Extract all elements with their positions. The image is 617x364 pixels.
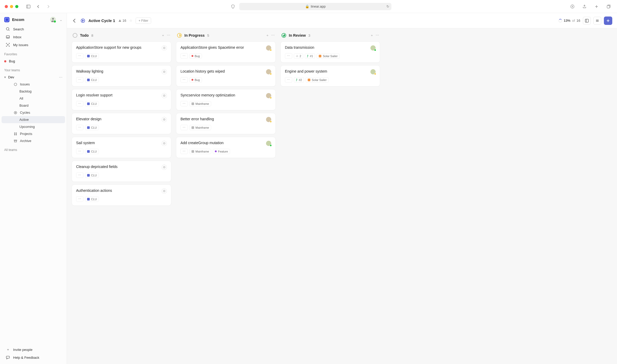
nav-back-icon[interactable]: [35, 3, 42, 10]
minimize-window-icon[interactable]: [10, 5, 13, 8]
tree-all[interactable]: All: [2, 95, 65, 102]
assignee-avatar[interactable]: [266, 117, 271, 122]
unassigned-avatar-icon[interactable]: [162, 45, 167, 51]
project-chip[interactable]: CLU: [85, 173, 99, 178]
project-chip[interactable]: CLU: [85, 77, 99, 83]
help-feedback[interactable]: Help & Feedback: [2, 354, 65, 361]
card-more-chip[interactable]: ⋯: [285, 53, 292, 59]
card-more-chip[interactable]: ⋯: [76, 196, 83, 202]
add-card-icon[interactable]: ＋: [161, 33, 165, 38]
assignee-avatar[interactable]: [266, 45, 271, 51]
scope-count[interactable]: 16: [118, 19, 126, 23]
card-more-chip[interactable]: ⋯: [76, 53, 83, 59]
project-chip[interactable]: CLU: [85, 197, 99, 202]
issue-card[interactable]: Better error handling ⋯Mainframe: [176, 113, 276, 134]
card-more-chip[interactable]: ⋯: [76, 101, 83, 106]
project-chip[interactable]: Solar Sailer: [317, 53, 340, 59]
tree-active[interactable]: Active: [2, 116, 65, 123]
project-chip[interactable]: Mainframe: [189, 149, 211, 154]
team-dev[interactable]: ▾ Dev ⋯: [0, 74, 67, 81]
new-tab-icon[interactable]: [593, 3, 600, 10]
issue-card[interactable]: Authentication actions ⋯CLU: [72, 184, 171, 206]
issue-card[interactable]: Sail system ⋯CLU: [72, 137, 171, 158]
nav-inbox[interactable]: Inbox: [2, 33, 65, 41]
address-bar[interactable]: 🔒 linear.app ↻: [239, 3, 391, 10]
project-chip[interactable]: CLU: [85, 101, 99, 106]
share-icon[interactable]: [581, 3, 588, 10]
chevron-down-icon[interactable]: ⌄: [60, 18, 62, 22]
tabs-icon[interactable]: [605, 3, 612, 10]
assignee-avatar[interactable]: [266, 141, 271, 146]
issue-card[interactable]: Engine and power system ⋯⤴#2Solar Sailer: [280, 65, 380, 86]
card-more-chip[interactable]: ⋯: [76, 77, 83, 83]
column-more-icon[interactable]: ⋯: [167, 33, 170, 38]
add-card-icon[interactable]: ＋: [266, 33, 269, 38]
assignee-avatar[interactable]: [370, 45, 376, 51]
pr-chip[interactable]: ⤴#1: [305, 53, 315, 59]
tree-projects[interactable]: Projects: [2, 130, 65, 137]
back-icon[interactable]: [72, 18, 77, 24]
more-icon[interactable]: ⋯: [59, 75, 62, 79]
issue-card[interactable]: Elevator design ⋯CLU: [72, 113, 171, 134]
project-chip[interactable]: Solar Sailer: [306, 77, 329, 83]
label-chip[interactable]: Bug: [189, 77, 202, 83]
new-issue-button[interactable]: [604, 17, 612, 25]
nav-search[interactable]: Search: [2, 25, 65, 33]
user-avatar[interactable]: [50, 17, 56, 23]
card-more-chip[interactable]: ⋯: [180, 149, 188, 154]
issue-card[interactable]: Syncservice memory optimization ⋯Mainfra…: [176, 89, 276, 110]
card-more-chip[interactable]: ⋯: [180, 53, 188, 59]
pr-chip[interactable]: ⤴#2: [294, 77, 304, 83]
issue-card[interactable]: Cleanup depricated fields ⋯CLU: [72, 161, 171, 182]
assignee-avatar[interactable]: [266, 69, 271, 74]
card-more-chip[interactable]: ⋯: [285, 77, 292, 83]
tree-upcoming[interactable]: Upcoming: [2, 123, 65, 130]
filter-button[interactable]: + Filter: [136, 18, 151, 24]
issue-card[interactable]: Data transmission ⋯ 2⤴#1Solar Sailer: [280, 41, 380, 63]
column-more-icon[interactable]: ⋯: [376, 33, 379, 38]
all-teams-label[interactable]: All teams: [0, 144, 67, 153]
favorite-bug[interactable]: Bug: [0, 58, 67, 65]
label-chip[interactable]: Feature: [213, 149, 230, 154]
issue-card[interactable]: Login resolver support ⋯CLU: [72, 89, 171, 110]
window-controls[interactable]: [5, 5, 18, 8]
project-chip[interactable]: CLU: [85, 149, 99, 154]
maximize-window-icon[interactable]: [15, 5, 18, 8]
card-more-chip[interactable]: ⋯: [76, 149, 83, 154]
unassigned-avatar-icon[interactable]: [162, 188, 167, 194]
project-chip[interactable]: Mainframe: [189, 125, 211, 130]
assignee-avatar[interactable]: [266, 93, 271, 98]
unassigned-avatar-icon[interactable]: [162, 93, 167, 98]
reload-icon[interactable]: ↻: [386, 4, 389, 8]
card-more-chip[interactable]: ⋯: [76, 172, 83, 178]
project-chip[interactable]: CLU: [85, 53, 99, 59]
warning-chip[interactable]: 2: [294, 53, 303, 59]
label-chip[interactable]: Bug: [189, 53, 202, 59]
unassigned-avatar-icon[interactable]: [162, 141, 167, 146]
view-list-button[interactable]: [593, 17, 601, 25]
tree-board[interactable]: Board: [2, 102, 65, 109]
project-chip[interactable]: Mainframe: [189, 101, 211, 106]
nav-forward-icon[interactable]: [45, 3, 52, 10]
workspace-switcher[interactable]: Encom ⌄: [0, 13, 67, 25]
unassigned-avatar-icon[interactable]: [162, 69, 167, 74]
unassigned-avatar-icon[interactable]: [162, 165, 167, 170]
card-more-chip[interactable]: ⋯: [180, 101, 188, 106]
invite-people[interactable]: ＋ Invite people: [2, 346, 65, 354]
nav-my-issues[interactable]: My issues: [2, 41, 65, 49]
card-more-chip[interactable]: ⋯: [180, 77, 188, 83]
issue-card[interactable]: ApplicationStore support for new groups …: [72, 41, 171, 63]
project-chip[interactable]: CLU: [85, 125, 99, 130]
unassigned-avatar-icon[interactable]: [162, 117, 167, 122]
downloads-icon[interactable]: [569, 3, 576, 10]
sidebar-toggle-icon[interactable]: [25, 3, 32, 10]
tree-backlog[interactable]: Backlog: [2, 88, 65, 95]
card-more-chip[interactable]: ⋯: [76, 125, 83, 130]
shield-icon[interactable]: [229, 3, 237, 10]
tree-cycles[interactable]: Cycles: [2, 109, 65, 116]
column-more-icon[interactable]: ⋯: [271, 33, 275, 38]
issue-card[interactable]: Walkway lighting ⋯CLU: [72, 65, 171, 86]
view-board-button[interactable]: [583, 17, 591, 25]
tree-archive[interactable]: Archive: [2, 137, 65, 144]
issue-card[interactable]: ApplicationStore gives Spacetime error ⋯…: [176, 41, 276, 63]
